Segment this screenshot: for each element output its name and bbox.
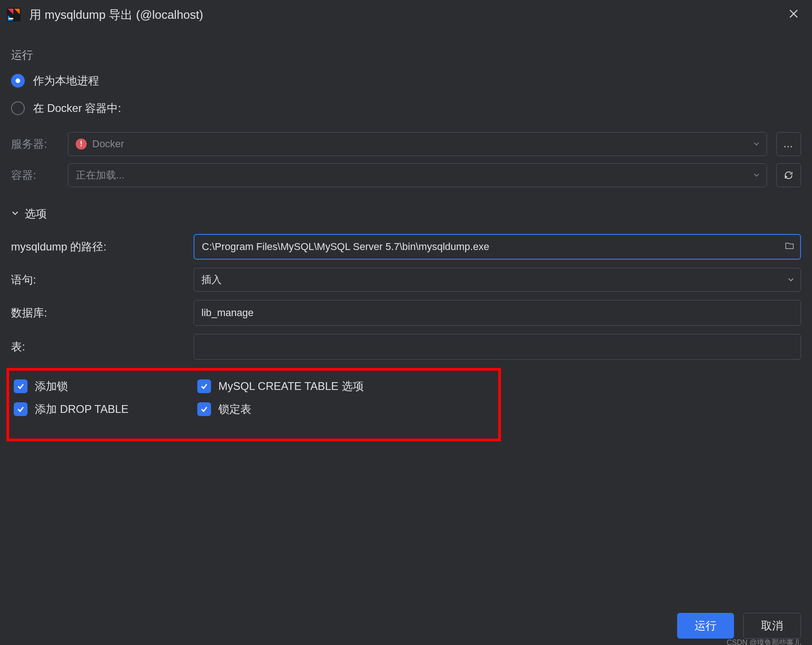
mysqldump-path-input[interactable] bbox=[194, 234, 801, 260]
refresh-icon bbox=[784, 170, 794, 180]
chevron-down-icon bbox=[11, 209, 19, 219]
check-icon bbox=[17, 382, 25, 390]
checkbox-add-lock-label: 添加锁 bbox=[35, 379, 68, 394]
folder-icon[interactable] bbox=[784, 241, 795, 253]
statement-select[interactable]: 插入 bbox=[194, 268, 801, 292]
radio-local-label: 作为本地进程 bbox=[33, 73, 99, 88]
container-select[interactable]: 正在加载... bbox=[68, 163, 767, 187]
server-value: Docker bbox=[92, 138, 124, 150]
svg-rect-1 bbox=[9, 18, 13, 19]
app-icon bbox=[6, 6, 22, 23]
radio-docker-label: 在 Docker 容器中: bbox=[33, 101, 121, 116]
container-refresh-button[interactable] bbox=[776, 163, 801, 187]
run-button[interactable]: 运行 bbox=[677, 613, 734, 639]
checkbox-lock-tables-label: 锁定表 bbox=[218, 402, 251, 417]
chevron-down-icon bbox=[753, 169, 760, 181]
check-icon bbox=[200, 382, 208, 390]
chevron-down-icon bbox=[787, 274, 795, 286]
checkbox-create-table[interactable] bbox=[197, 379, 211, 393]
dialog-title: 用 mysqldump 导出 (@localhost) bbox=[29, 7, 781, 23]
check-icon bbox=[200, 405, 208, 413]
watermark: CSDN @摸鱼那些事儿 bbox=[727, 638, 801, 645]
checkbox-create-table-label: MySQL CREATE TABLE 选项 bbox=[218, 379, 364, 394]
path-label: mysqldump 的路径: bbox=[11, 239, 194, 254]
container-value: 正在加载... bbox=[76, 168, 124, 182]
container-label: 容器: bbox=[11, 168, 59, 183]
statement-value: 插入 bbox=[201, 273, 222, 287]
warning-icon: ! bbox=[76, 139, 87, 150]
chevron-down-icon bbox=[753, 138, 760, 150]
database-input[interactable] bbox=[194, 300, 801, 326]
tables-input[interactable] bbox=[194, 334, 801, 360]
checkbox-drop-table-label: 添加 DROP TABLE bbox=[35, 402, 128, 417]
radio-docker-container[interactable] bbox=[11, 101, 25, 115]
run-section-label: 运行 bbox=[11, 48, 801, 62]
database-label: 数据库: bbox=[11, 306, 194, 320]
highlighted-options-box: 添加锁 MySQL CREATE TABLE 选项 添加 DROP TABLE … bbox=[6, 368, 501, 441]
options-section-toggle[interactable]: 选项 bbox=[11, 206, 801, 221]
server-label: 服务器: bbox=[11, 137, 59, 151]
server-select[interactable]: ! Docker bbox=[68, 132, 767, 156]
statement-label: 语句: bbox=[11, 272, 194, 287]
checkbox-add-lock[interactable] bbox=[14, 379, 28, 393]
ellipsis-icon: … bbox=[783, 138, 794, 150]
check-icon bbox=[17, 405, 25, 413]
close-button[interactable] bbox=[788, 8, 801, 21]
tables-label: 表: bbox=[11, 339, 194, 354]
checkbox-drop-table[interactable] bbox=[14, 402, 28, 416]
radio-local-process[interactable] bbox=[11, 74, 25, 88]
checkbox-lock-tables[interactable] bbox=[197, 402, 211, 416]
options-label: 选项 bbox=[25, 206, 47, 221]
server-more-button[interactable]: … bbox=[776, 132, 801, 156]
cancel-button[interactable]: 取消 bbox=[743, 613, 801, 639]
